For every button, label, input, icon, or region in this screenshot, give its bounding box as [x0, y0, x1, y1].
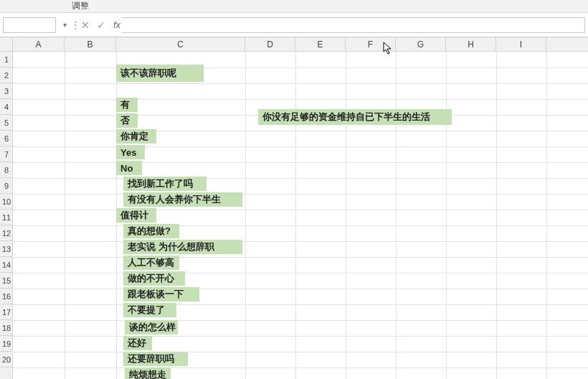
column-header[interactable]: I	[496, 37, 546, 52]
gridline-horizontal	[13, 304, 588, 305]
row-header[interactable]: 17	[0, 304, 13, 320]
column-header[interactable]: E	[295, 37, 346, 52]
row-headers: 1234567891011121314151617181920	[0, 37, 13, 379]
gridline-horizontal	[13, 178, 588, 179]
row-header[interactable]: 10	[0, 194, 13, 210]
row-header[interactable]: 6	[0, 131, 13, 146]
gridline-horizontal	[13, 352, 588, 352]
content-cell[interactable]: 找到新⼯作了吗	[123, 177, 207, 191]
row-header[interactable]: 7	[0, 146, 13, 162]
gridline-horizontal	[13, 257, 588, 258]
content-cell[interactable]: 有	[116, 98, 138, 112]
gridline-horizontal	[13, 99, 588, 100]
gridline-horizontal	[13, 225, 588, 226]
row-header[interactable]: 14	[0, 257, 13, 273]
column-header[interactable]: C	[116, 37, 245, 52]
confirm-icon[interactable]: ✓	[93, 17, 109, 33]
gridline-horizontal	[13, 146, 588, 147]
gridline-horizontal	[13, 194, 588, 195]
formula-bar: ▾ ⋮ ✕ ✓ fx	[0, 13, 588, 37]
content-cell[interactable]: 老实说 为什么想辞职	[123, 240, 242, 254]
content-cell[interactable]: 你没有足够的资金维持自已下半生的生活	[258, 109, 452, 125]
gridline-vertical	[346, 52, 346, 379]
row-header[interactable]: 9	[0, 178, 13, 194]
row-header[interactable]: 15	[0, 273, 13, 289]
column-header[interactable]: A	[13, 37, 65, 52]
name-box-dropdown-icon[interactable]: ▾	[59, 18, 70, 32]
gridline-horizontal	[13, 289, 588, 289]
row-header[interactable]: 13	[0, 241, 13, 257]
gridline-horizontal	[13, 320, 588, 321]
gridline-horizontal	[13, 83, 588, 84]
gridline-vertical	[396, 52, 397, 379]
content-cell[interactable]: 有没有人会养你下半生	[123, 192, 242, 207]
gridline-horizontal	[13, 67, 588, 68]
content-cell[interactable]: 不要提了	[123, 303, 176, 317]
ribbon-tab-adjust[interactable]: 调整	[72, 0, 89, 12]
content-cell[interactable]: 否	[116, 113, 138, 128]
gridline-horizontal	[13, 336, 588, 337]
content-cell[interactable]: 真的想做?	[123, 224, 179, 238]
select-all-corner[interactable]	[0, 37, 13, 52]
row-header[interactable]: 3	[0, 83, 13, 99]
formula-input[interactable]	[122, 17, 585, 33]
gridline-horizontal	[13, 241, 588, 242]
row-header[interactable]: 4	[0, 99, 13, 115]
row-header[interactable]: 18	[0, 320, 13, 336]
row-header[interactable]: 19	[0, 336, 13, 352]
gridline-horizontal	[13, 131, 588, 131]
row-header[interactable]: 5	[0, 115, 13, 131]
row-header[interactable]: 16	[0, 289, 13, 304]
column-header[interactable]: G	[396, 37, 446, 52]
gridline-vertical	[295, 52, 296, 379]
gridline-vertical	[546, 52, 547, 379]
formula-bar-separator: ⋮	[70, 19, 77, 31]
ribbon-strip: 调整	[0, 0, 588, 13]
fx-icon[interactable]: fx	[113, 19, 120, 30]
column-header[interactable]: B	[65, 37, 116, 52]
column-header[interactable]: F	[346, 37, 396, 52]
cell-grid[interactable]: 该不该辞职呢有你没有足够的资金维持自已下半生的生活否你肯定YesNo找到新⼯作了…	[13, 52, 588, 379]
gridline-vertical	[496, 52, 497, 379]
column-header[interactable]: D	[245, 37, 295, 52]
content-cell[interactable]: 跟老板谈⼀下	[123, 287, 199, 301]
gridline-horizontal	[13, 273, 588, 273]
content-cell[interactable]: 还要辞职吗	[123, 352, 188, 366]
content-cell[interactable]: 你肯定	[116, 129, 156, 144]
content-cell[interactable]: 做的不开心	[123, 271, 185, 286]
content-cell[interactable]: Yes	[116, 145, 145, 159]
gridline-horizontal	[13, 368, 588, 368]
row-header[interactable]: 2	[0, 67, 13, 83]
name-box[interactable]	[3, 17, 56, 33]
row-header[interactable]: 1	[0, 52, 13, 67]
content-cell[interactable]: 值得计	[116, 208, 156, 223]
row-header[interactable]: 20	[0, 352, 13, 368]
content-cell[interactable]: No	[116, 161, 142, 175]
gridline-vertical	[446, 52, 447, 379]
row-header[interactable]: 8	[0, 162, 13, 178]
row-header[interactable]: 11	[0, 210, 13, 225]
cancel-icon[interactable]: ✕	[77, 17, 93, 33]
content-cell[interactable]: 人⼯不够高	[123, 256, 179, 270]
gridline-vertical	[245, 52, 246, 379]
content-cell[interactable]: 纯烦想走	[125, 368, 171, 379]
row-header[interactable]: 12	[0, 225, 13, 241]
gridline-horizontal	[13, 210, 588, 210]
content-cell[interactable]: 谈的怎么样	[125, 320, 178, 334]
gridline-horizontal	[13, 162, 588, 163]
gridline-vertical	[65, 52, 65, 379]
content-cell[interactable]: 还好	[123, 336, 152, 350]
column-headers: ABCDEFGHI	[13, 37, 588, 52]
content-cell[interactable]: 该不该辞职呢	[116, 65, 204, 82]
column-header[interactable]: H	[446, 37, 496, 52]
